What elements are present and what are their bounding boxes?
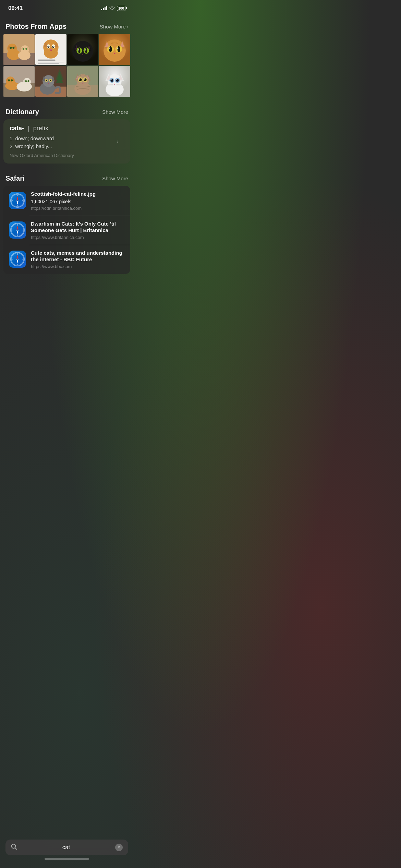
svg-point-13: [25, 48, 27, 50]
svg-rect-26: [38, 60, 56, 61]
svg-point-24: [53, 46, 54, 47]
svg-point-68: [11, 79, 13, 81]
signal-icon: [101, 6, 107, 10]
safari-results-card: Scottish-fold-cat-feline.jpg 1,600×1,067…: [3, 186, 130, 274]
svg-point-12: [23, 48, 24, 50]
dictionary-source: New Oxford American Dictionary: [10, 153, 124, 158]
safari-app-icon-2: [9, 221, 26, 239]
photos-show-more-button[interactable]: Show More ›: [100, 24, 128, 29]
svg-rect-28: [38, 63, 59, 64]
svg-point-38: [78, 48, 80, 53]
svg-marker-137: [16, 255, 19, 259]
svg-point-111: [111, 79, 112, 80]
dictionary-show-more-button[interactable]: Show More: [102, 109, 128, 115]
svg-point-81: [46, 80, 47, 81]
svg-point-53: [118, 46, 120, 52]
safari-result-2-text: Dwarfism in Cats: It's Only Cute 'til So…: [31, 220, 125, 240]
photo-item-2[interactable]: [35, 34, 66, 65]
safari-app-icon-1: [9, 192, 26, 209]
safari-result-1[interactable]: Scottish-fold-cat-feline.jpg 1,600×1,067…: [3, 186, 130, 216]
dictionary-definitions: 1. down; downward 2. wrongly; badly...: [10, 135, 124, 150]
safari-result-1-text: Scottish-fold-cat-feline.jpg 1,600×1,067…: [31, 191, 125, 211]
svg-point-118: [11, 194, 24, 207]
photo-item-6[interactable]: [35, 66, 66, 97]
svg-point-21: [47, 46, 49, 48]
svg-point-22: [52, 46, 54, 48]
safari-result-2-title: Dwarfism in Cats: It's Only Cute 'til So…: [31, 220, 125, 234]
photo-grid: [0, 34, 134, 97]
photo-item-7[interactable]: [67, 66, 98, 97]
dictionary-card[interactable]: cata- | prefix 1. down; downward 2. wron…: [3, 119, 130, 164]
svg-point-70: [27, 80, 29, 82]
safari-app-icon-3: [9, 251, 26, 268]
svg-point-10: [10, 47, 12, 49]
svg-point-41: [85, 49, 86, 50]
svg-marker-124: [16, 201, 19, 205]
photos-section-title: Photos From Apps: [5, 23, 66, 31]
safari-result-3-url: https://www.bbc.com: [31, 264, 125, 269]
svg-point-23: [48, 46, 49, 47]
battery-icon: 100: [117, 6, 125, 11]
wifi-icon: [109, 6, 115, 11]
safari-result-1-title: Scottish-fold-cat-feline.jpg: [31, 191, 125, 197]
photos-section-header: Photos From Apps Show More ›: [0, 19, 134, 34]
status-time: 09:41: [8, 5, 23, 12]
dict-def-2: 2. wrongly; badly...: [10, 143, 124, 150]
safari-result-2[interactable]: Dwarfism in Cats: It's Only Cute 'til So…: [3, 216, 130, 245]
svg-point-39: [85, 48, 87, 53]
safari-section-header: Safari Show More: [0, 170, 134, 186]
photo-item-8[interactable]: [99, 66, 130, 97]
dictionary-word: cata- | prefix: [10, 125, 124, 132]
svg-point-67: [8, 79, 10, 81]
svg-marker-123: [16, 196, 19, 201]
svg-point-61: [6, 76, 15, 85]
svg-point-97: [84, 79, 85, 80]
svg-point-40: [78, 49, 79, 50]
svg-point-54: [109, 47, 110, 49]
safari-result-1-url: https://cdn.britannica.com: [31, 206, 125, 211]
dictionary-section-title: Dictionary: [5, 108, 39, 116]
svg-point-11: [12, 47, 14, 49]
svg-point-82: [50, 80, 51, 81]
safari-result-1-subtitle: 1,600×1,067 pixels: [31, 198, 125, 205]
dict-def-1: 1. down; downward: [10, 135, 124, 143]
dictionary-section-header: Dictionary Show More: [0, 104, 134, 119]
svg-point-96: [79, 79, 80, 80]
svg-point-52: [109, 46, 112, 52]
svg-marker-131: [16, 230, 19, 234]
svg-point-112: [116, 79, 117, 80]
safari-show-more-button[interactable]: Show More: [102, 176, 128, 181]
photo-item-4[interactable]: [99, 34, 130, 65]
svg-marker-138: [16, 259, 19, 263]
svg-point-4: [7, 44, 17, 53]
svg-point-132: [11, 253, 24, 265]
svg-rect-27: [38, 62, 64, 62]
chevron-right-icon: ›: [127, 24, 128, 29]
svg-point-125: [11, 224, 24, 236]
dictionary-chevron-icon: ›: [117, 138, 119, 145]
safari-result-3-text: Cute cats, memes and understanding the i…: [31, 250, 125, 269]
photo-item-1[interactable]: [3, 34, 35, 65]
safari-section-title: Safari: [5, 174, 25, 182]
svg-marker-130: [16, 226, 19, 230]
photo-item-3[interactable]: [67, 34, 98, 65]
status-icons: 100: [101, 6, 125, 11]
svg-point-69: [25, 80, 27, 82]
svg-point-55: [117, 47, 119, 49]
safari-result-2-url: https://www.britannica.com: [31, 235, 125, 240]
photo-item-5[interactable]: [3, 66, 35, 97]
status-bar: 09:41 100: [0, 0, 134, 14]
safari-result-3-title: Cute cats, memes and understanding the i…: [31, 250, 125, 263]
safari-result-3[interactable]: Cute cats, memes and understanding the i…: [3, 245, 130, 274]
